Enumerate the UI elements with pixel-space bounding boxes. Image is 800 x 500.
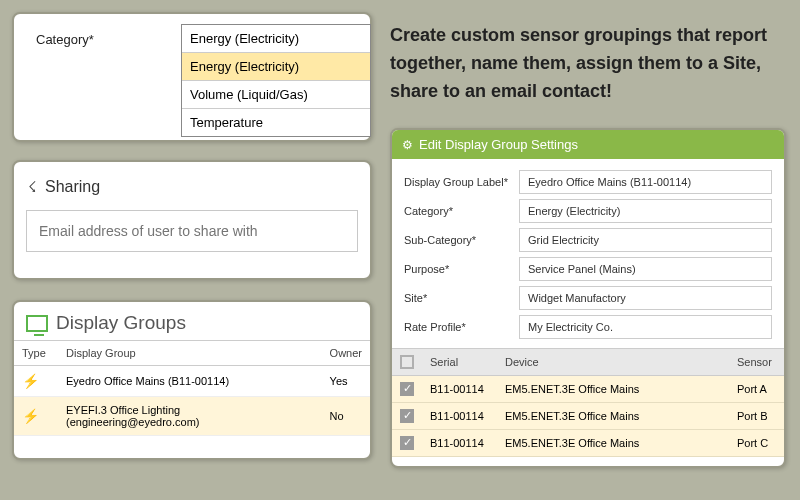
subcategory-input[interactable]: Grid Electricity	[519, 228, 772, 252]
cell-sensor: Port B	[729, 403, 784, 430]
sharing-title: ☇ Sharing	[28, 178, 358, 196]
purpose-input[interactable]: Service Panel (Mains)	[519, 257, 772, 281]
cell-group: EYEFI.3 Office Lighting (engineering@eye…	[58, 397, 322, 436]
category-option[interactable]: Energy (Electricity)	[182, 53, 370, 81]
table-row[interactable]: B11-00114 EM5.ENET.3E Office Mains Port …	[392, 403, 784, 430]
cell-device: EM5.ENET.3E Office Mains	[497, 403, 729, 430]
share-icon: ☇	[28, 178, 37, 196]
field-label: Sub-Category*	[404, 234, 519, 246]
display-groups-table: Type Display Group Owner ⚡ Eyedro Office…	[14, 340, 370, 436]
table-row[interactable]: B11-00114 EM5.ENET.3E Office Mains Port …	[392, 376, 784, 403]
edit-panel-header-text: Edit Display Group Settings	[419, 137, 578, 152]
share-email-input[interactable]	[26, 210, 358, 252]
field-label: Category*	[404, 205, 519, 217]
category-input[interactable]: Energy (Electricity)	[519, 199, 772, 223]
display-group-label-input[interactable]: Eyedro Office Mains (B11-00114)	[519, 170, 772, 194]
cell-device: EM5.ENET.3E Office Mains	[497, 376, 729, 403]
category-option[interactable]: Volume (Liquid/Gas)	[182, 81, 370, 109]
sharing-title-text: Sharing	[45, 178, 100, 196]
field-label: Site*	[404, 292, 519, 304]
col-serial[interactable]: Serial	[422, 349, 497, 376]
col-type[interactable]: Type	[14, 341, 58, 366]
sensors-table: Serial Device Sensor B11-00114 EM5.ENET.…	[392, 348, 784, 457]
edit-panel-header: ⚙ Edit Display Group Settings	[392, 130, 784, 159]
sharing-panel: ☇ Sharing	[12, 160, 372, 280]
bolt-icon: ⚡	[22, 373, 39, 389]
display-groups-panel: Display Groups Type Display Group Owner …	[12, 300, 372, 460]
checkbox[interactable]	[400, 382, 414, 396]
field-label: Display Group Label*	[404, 176, 519, 188]
cell-serial: B11-00114	[422, 376, 497, 403]
table-row[interactable]: B11-00114 EM5.ENET.3E Office Mains Port …	[392, 430, 784, 457]
field-label: Rate Profile*	[404, 321, 519, 333]
cell-serial: B11-00114	[422, 403, 497, 430]
cell-group: Eyedro Office Mains (B11-00114)	[58, 366, 322, 397]
cell-owner: Yes	[322, 366, 370, 397]
category-label: Category*	[36, 32, 94, 47]
category-option[interactable]: Temperature	[182, 109, 370, 136]
monitor-icon	[26, 315, 48, 332]
display-groups-title-text: Display Groups	[56, 312, 186, 334]
category-panel: Category* Energy (Electricity) Energy (E…	[12, 12, 372, 142]
cell-device: EM5.ENET.3E Office Mains	[497, 430, 729, 457]
gear-icon: ⚙	[402, 138, 413, 152]
rate-profile-input[interactable]: My Electricity Co.	[519, 315, 772, 339]
checkbox[interactable]	[400, 436, 414, 450]
cell-sensor: Port C	[729, 430, 784, 457]
edit-group-panel: ⚙ Edit Display Group Settings Display Gr…	[390, 128, 786, 468]
cell-sensor: Port A	[729, 376, 784, 403]
caption-text: Create custom sensor groupings that repo…	[390, 22, 780, 106]
field-label: Purpose*	[404, 263, 519, 275]
cell-owner: No	[322, 397, 370, 436]
checkbox[interactable]	[400, 409, 414, 423]
col-sensor[interactable]: Sensor	[729, 349, 784, 376]
category-option[interactable]: Energy (Electricity)	[182, 25, 370, 53]
table-row[interactable]: ⚡ Eyedro Office Mains (B11-00114) Yes	[14, 366, 370, 397]
checkbox-all[interactable]	[400, 355, 414, 369]
col-display-group[interactable]: Display Group	[58, 341, 322, 366]
col-owner[interactable]: Owner	[322, 341, 370, 366]
col-device[interactable]: Device	[497, 349, 729, 376]
site-input[interactable]: Widget Manufactory	[519, 286, 772, 310]
category-dropdown[interactable]: Energy (Electricity) Energy (Electricity…	[181, 24, 371, 137]
table-row[interactable]: ⚡ EYEFI.3 Office Lighting (engineering@e…	[14, 397, 370, 436]
display-groups-title: Display Groups	[14, 302, 370, 340]
bolt-icon: ⚡	[22, 408, 39, 424]
cell-serial: B11-00114	[422, 430, 497, 457]
edit-form: Display Group Label*Eyedro Office Mains …	[392, 159, 784, 348]
